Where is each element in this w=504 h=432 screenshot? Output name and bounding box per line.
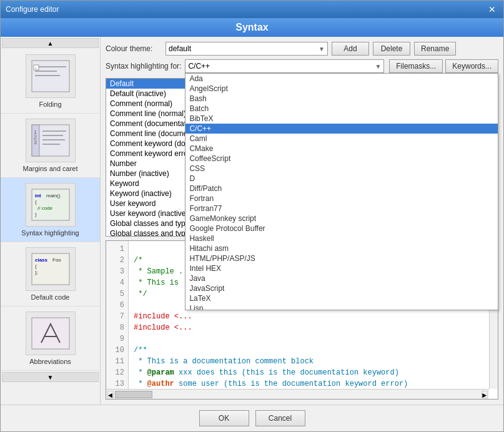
svg-text:{: {: [35, 199, 37, 205]
lang-CSS[interactable]: CSS: [185, 164, 498, 174]
svg-text:{: {: [35, 263, 37, 269]
title-bar: Configure editor ✕: [1, 1, 503, 18]
syntax-icon: int main() { // code }: [26, 183, 76, 227]
lang-IntelHEX[interactable]: Intel HEX: [185, 263, 498, 273]
lang-BibTeX[interactable]: BibTeX: [185, 114, 498, 124]
folding-svg: -: [29, 57, 72, 95]
lang-Fortran[interactable]: Fortran: [185, 194, 498, 204]
lang-Haskell[interactable]: Haskell: [185, 233, 498, 243]
sidebar-abbreviations-label: Abbreviations: [29, 358, 71, 365]
svg-text:-: -: [35, 65, 37, 71]
lang-HitachiAsm[interactable]: Hitachi asm: [185, 243, 498, 253]
lang-Ada[interactable]: Ada: [185, 74, 498, 84]
scroll-left-btn[interactable]: ◄: [107, 391, 114, 398]
sidebar-item-abbreviations[interactable]: Abbreviations: [1, 307, 100, 371]
ok-button[interactable]: OK: [199, 410, 249, 426]
language-arrow: ▼: [375, 63, 381, 70]
abbreviations-icon: [26, 312, 76, 355]
close-button[interactable]: ✕: [486, 4, 498, 14]
default-code-svg: class Foo { };: [29, 250, 72, 288]
scroll-down-button[interactable]: ▼: [2, 372, 99, 382]
lang-Fortran77[interactable]: Fortran77: [185, 204, 498, 214]
language-value: C/C++: [188, 62, 210, 71]
configure-editor-window: Configure editor ✕ Syntax ▲ -: [0, 0, 504, 432]
svg-text:// code: // code: [37, 205, 53, 211]
filemasks-button[interactable]: Filemasks...: [389, 59, 443, 73]
colour-theme-row: Colour theme: default ▼ Add Delete Renam…: [106, 42, 498, 56]
lang-Lisp[interactable]: Lisp: [185, 303, 498, 310]
sidebar-scroll-down[interactable]: ▼: [1, 371, 100, 383]
lang-Bash[interactable]: Bash: [185, 94, 498, 104]
scroll-up-button[interactable]: ▲: [2, 38, 99, 48]
colour-theme-combo[interactable]: default ▼: [166, 42, 328, 56]
bottom-buttons: OK Cancel: [1, 405, 503, 431]
main-panel: Colour theme: default ▼ Add Delete Renam…: [101, 37, 503, 405]
syntax-highlighting-for-row: Syntax highlighting for: C/C++ ▼ Ada Ang…: [106, 59, 498, 73]
lang-JavaScript[interactable]: JavaScript: [185, 283, 498, 293]
sidebar-default-code-label: Default code: [31, 293, 70, 301]
abbrev-svg: [29, 315, 72, 352]
svg-text:};: };: [35, 270, 38, 275]
main-content: ▲ - Folding: [1, 37, 503, 405]
language-dropdown-area: C/C++ ▼ Ada AngelScript Bash Batch BibTe…: [185, 59, 498, 73]
lang-cpp[interactable]: C/C++: [185, 124, 498, 134]
header-title: Syntax: [235, 22, 268, 32]
language-dropdown-list[interactable]: Ada AngelScript Bash Batch BibTeX C/C++ …: [185, 73, 498, 310]
sidebar-scroll-up[interactable]: ▲: [1, 37, 100, 49]
add-button[interactable]: Add: [332, 42, 369, 56]
colour-theme-label: Colour theme:: [106, 44, 162, 53]
margins-icon: 1 2 3: [26, 119, 76, 162]
keywords-button[interactable]: Keywords...: [445, 59, 498, 73]
svg-rect-26: [32, 318, 69, 349]
lang-GoogleProtocol[interactable]: Google Protocol Buffer: [185, 223, 498, 233]
lang-D[interactable]: D: [185, 174, 498, 184]
horizontal-scrollbar[interactable]: ◄ ►: [106, 389, 489, 399]
sidebar-folding-label: Folding: [39, 101, 61, 108]
lang-Java[interactable]: Java: [185, 273, 498, 283]
language-combo[interactable]: C/C++ ▼: [185, 59, 384, 73]
svg-text:int: int: [35, 193, 41, 199]
lang-HTML[interactable]: HTML/PHP/ASP/JS: [185, 253, 498, 263]
sidebar-syntax-label: Syntax highlighting: [21, 229, 79, 237]
lang-Caml[interactable]: Caml: [185, 134, 498, 144]
sidebar-item-syntax[interactable]: int main() { // code } Syntax highlighti…: [1, 178, 100, 242]
colour-theme-arrow: ▼: [319, 46, 325, 52]
rename-button[interactable]: Rename: [414, 42, 456, 56]
page-header: Syntax: [1, 18, 503, 37]
window-title: Configure editor: [6, 5, 59, 14]
sidebar-item-folding[interactable]: - Folding: [1, 49, 100, 114]
lang-CoffeeScript[interactable]: CoffeeScript: [185, 154, 498, 164]
scrollbar-thumb-h[interactable]: [115, 391, 152, 398]
svg-text:3: 3: [34, 139, 37, 145]
lang-GameMonkey[interactable]: GameMonkey script: [185, 214, 498, 223]
scroll-right-btn[interactable]: ►: [482, 391, 488, 398]
lang-Batch[interactable]: Batch: [185, 104, 498, 114]
svg-text:}: }: [35, 212, 37, 217]
line-numbers: 1234567891011121314151617: [106, 241, 129, 400]
svg-text:Foo: Foo: [52, 257, 61, 263]
sidebar: ▲ - Folding: [1, 37, 101, 405]
margins-svg: 1 2 3: [29, 122, 72, 159]
sidebar-margins-label: Margins and caret: [22, 165, 77, 172]
cancel-button[interactable]: Cancel: [255, 410, 305, 426]
lang-LaTeX[interactable]: LaTeX: [185, 293, 498, 303]
default-code-icon: class Foo { };: [26, 247, 76, 291]
svg-text:class: class: [35, 257, 48, 263]
lang-AngelScript[interactable]: AngelScript: [185, 84, 498, 94]
syntax-highlighting-label: Syntax highlighting for:: [106, 62, 181, 71]
folding-icon: -: [26, 54, 76, 98]
svg-text:main(): main(): [46, 193, 61, 199]
sidebar-item-margins[interactable]: 1 2 3 Margins and caret: [1, 114, 100, 178]
lang-DiffPatch[interactable]: Diff/Patch: [185, 184, 498, 194]
colour-theme-value: default: [169, 44, 191, 53]
lang-CMake[interactable]: CMake: [185, 144, 498, 154]
syntax-svg: int main() { // code }: [29, 186, 72, 223]
sidebar-item-default-code[interactable]: class Foo { }; Default code: [1, 242, 100, 307]
delete-button[interactable]: Delete: [373, 42, 410, 56]
